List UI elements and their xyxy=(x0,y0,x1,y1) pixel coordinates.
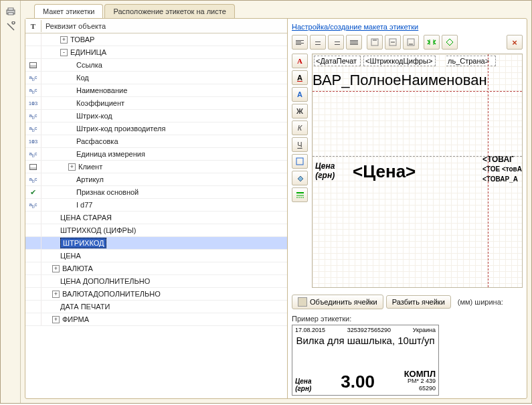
tree-row-label: ФИРМА xyxy=(62,315,89,323)
preview-box: 17.08.2015 3253927565290 Украина Вилка д… xyxy=(292,325,439,396)
tree-row-icon xyxy=(25,275,41,287)
tree-row[interactable]: abcШтрих-код xyxy=(25,110,287,123)
tree-row[interactable]: ЦЕНА xyxy=(25,250,287,262)
width-label: (мм) ширина: xyxy=(458,298,503,306)
tree-row-label: ШТРИХКОД xyxy=(60,238,106,248)
tree-header-icon: T xyxy=(25,20,41,32)
preview-name: Вилка для шашлыка, 10шт/уп xyxy=(295,335,436,346)
preview-unit: КОМПЛ xyxy=(404,370,436,378)
tree-row[interactable]: ШТРИХКОД (ЦИФРЫ) xyxy=(25,224,287,237)
font-color-button[interactable]: A xyxy=(292,70,308,85)
preview-price-label: Цена(грн) xyxy=(295,378,311,392)
svg-rect-1 xyxy=(8,8,13,10)
tree-row-icon xyxy=(25,237,41,249)
tree-row[interactable]: Ссылка xyxy=(25,59,287,72)
tree-row[interactable]: abcКод xyxy=(25,72,287,84)
preview-title: Пример этикетки: xyxy=(292,315,523,323)
tab-label: Расположение этикеток на листе xyxy=(113,7,226,15)
preview-barcode: 3253927565290 xyxy=(347,327,391,333)
close-button[interactable]: × xyxy=(507,35,523,50)
border-button[interactable] xyxy=(292,154,308,169)
underline-button[interactable]: Ч xyxy=(292,137,308,152)
tree-body[interactable]: +ТОВАР-ЕДИНИЦАСсылкаabcКодabcНаименовани… xyxy=(25,33,287,398)
tree-row[interactable]: abcI d77 xyxy=(25,199,287,212)
tree-row-icon xyxy=(25,33,41,46)
tree-row[interactable]: abcЕдиница измерения xyxy=(25,148,287,161)
tree-expander[interactable]: + xyxy=(52,291,60,298)
tree-row-icon: 103 xyxy=(25,97,41,109)
tree-header-label: Реквизит объекта xyxy=(41,20,110,32)
tree-row-icon xyxy=(25,224,41,236)
font-button[interactable]: A xyxy=(292,54,308,68)
label-canvas[interactable]: <ДатаПечат <ШтрихкодЦифры> ль_Страна> ВА… xyxy=(312,54,523,288)
tree-row[interactable]: abcНаименование xyxy=(25,84,287,97)
tree-row-label: I d77 xyxy=(76,201,92,209)
merge-cells-button[interactable]: Объединить ячейки xyxy=(292,295,383,309)
resize-h-button[interactable] xyxy=(424,35,440,50)
tree-expander[interactable]: + xyxy=(60,36,68,44)
tree-row[interactable]: 103Расфасовка xyxy=(25,135,287,148)
tree-expander[interactable]: + xyxy=(52,316,60,323)
field-date[interactable]: <ДатаПечат xyxy=(314,56,361,66)
preview-date: 17.08.2015 xyxy=(295,327,325,333)
tree-row[interactable]: ЦЕНА ДОПОЛНИТЕЛЬНО xyxy=(25,275,287,288)
tree-row[interactable]: +ФИРМА xyxy=(25,313,287,326)
tree-row[interactable]: ✔Признак основной xyxy=(25,186,287,199)
tree-row-label: Штрих-код xyxy=(76,112,112,120)
tree-row[interactable]: abcШтрих-код производителя xyxy=(25,123,287,135)
tree-row-icon xyxy=(25,313,41,325)
tree-row-icon xyxy=(25,250,41,262)
tree-row-label: ВАЛЮТАДОПОЛНИТЕЛЬНО xyxy=(62,290,161,298)
tree-row[interactable]: -ЕДИНИЦА xyxy=(25,46,287,59)
align-center-button[interactable] xyxy=(310,35,326,50)
align-justify-button[interactable] xyxy=(346,35,362,50)
bold-button[interactable]: Ж xyxy=(292,104,308,118)
settings-link[interactable]: Настройка/создание макета этикетки xyxy=(292,23,418,31)
tree-row-icon: abc xyxy=(25,148,41,160)
tree-expander[interactable]: + xyxy=(52,265,60,272)
tree-row[interactable]: +Клиент xyxy=(25,161,287,173)
tree-row-icon xyxy=(25,212,41,224)
tree-row[interactable]: +ВАЛЮТА xyxy=(25,262,287,275)
split-cells-button[interactable]: Разбить ячейки xyxy=(386,295,451,309)
tree-row-icon: abc xyxy=(25,72,41,84)
align-left-button[interactable] xyxy=(292,35,308,50)
resize-both-button[interactable] xyxy=(442,35,458,50)
tree-row-label: Единица измерения xyxy=(76,150,145,158)
tree-row[interactable]: +ВАЛЮТАДОПОЛНИТЕЛЬНО xyxy=(25,288,287,301)
valign-top-button[interactable] xyxy=(367,35,383,50)
tab-placement[interactable]: Расположение этикеток на листе xyxy=(104,4,234,18)
canvas-price-label: Цена(грн) xyxy=(315,161,335,180)
border-style-button[interactable] xyxy=(292,187,308,202)
tree-row-icon xyxy=(25,262,41,274)
tree-row-label: Артикул xyxy=(76,175,104,183)
tree-row-label: ЦЕНА xyxy=(60,252,81,260)
tree-row-label: ШТРИХКОД (ЦИФРЫ) xyxy=(60,226,136,234)
valign-bottom-button[interactable] xyxy=(403,35,419,50)
tab-layout[interactable]: Макет этикетки xyxy=(34,4,103,18)
fill-button[interactable] xyxy=(292,171,308,185)
preview-pm2: 65290 xyxy=(404,385,436,392)
valign-middle-button[interactable] xyxy=(385,35,401,50)
toolbar-tools-icon[interactable] xyxy=(3,19,18,34)
tree-row[interactable]: ЦЕНА СТАРАЯ xyxy=(25,212,287,224)
canvas-big-name: ВАР_ПолноеНаименован xyxy=(313,72,487,89)
svg-rect-11 xyxy=(296,158,303,165)
preview-country: Украина xyxy=(413,327,436,333)
tree-row-label: Признак основной xyxy=(76,188,139,196)
field-barcode-digits[interactable]: <ШтрихкодЦифры> xyxy=(363,56,436,66)
tree-row[interactable]: ШТРИХКОД xyxy=(25,237,287,250)
tree-row[interactable]: abcАртикул xyxy=(25,173,287,186)
tree-row[interactable]: ДАТА ПЕЧАТИ xyxy=(25,301,287,313)
italic-button[interactable]: К xyxy=(292,120,308,135)
toolbar-print-icon[interactable] xyxy=(3,4,18,19)
tree-expander[interactable]: + xyxy=(68,163,76,171)
tree-row-icon: abc xyxy=(25,110,41,122)
tree-row-label: Ссылка xyxy=(76,61,102,69)
align-right-button[interactable] xyxy=(328,35,344,50)
font-style-button[interactable]: A xyxy=(292,87,308,102)
tree-expander[interactable]: - xyxy=(60,49,68,56)
tree-row[interactable]: 103Коэффициент xyxy=(25,97,287,110)
tree-row-label: Код xyxy=(76,74,89,82)
tree-row[interactable]: +ТОВАР xyxy=(25,33,287,46)
